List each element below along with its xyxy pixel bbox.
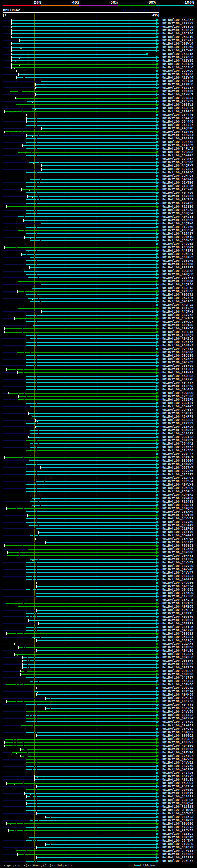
svg-text:|1: |1 — [2, 14, 6, 17]
svg-text:UniRef100_Q9XF87: UniRef100_Q9XF87 — [162, 859, 193, 863]
svg-text:Large gaps: ▲(in Query)/- (in: Large gaps: ▲(in Query)/- (in Subject) — [2, 864, 72, 867]
svg-text:~60%: ~60% — [108, 0, 118, 5]
svg-text:UniRef100_P04783: UniRef100_P04783 — [162, 198, 193, 202]
svg-text:BP092557: BP092557 — [3, 8, 20, 12]
svg-text:20%: 20% — [34, 0, 41, 5]
svg-text:~100%: ~100% — [182, 0, 194, 5]
svg-text:AlignView.pm Beta rel.7: AlignView.pm Beta rel.7 — [123, 9, 159, 12]
svg-text:495|: 495| — [152, 14, 159, 17]
svg-text:~40%: ~40% — [70, 0, 79, 5]
svg-text:UniRef100_Q40788: UniRef100_Q40788 — [162, 720, 193, 723]
svg-text:UniRef100_B3G0G4: UniRef100_B3G0G4 — [162, 459, 193, 463]
svg-text:=100char.: =100char. — [141, 864, 158, 867]
svg-text:~80%: ~80% — [146, 0, 156, 5]
